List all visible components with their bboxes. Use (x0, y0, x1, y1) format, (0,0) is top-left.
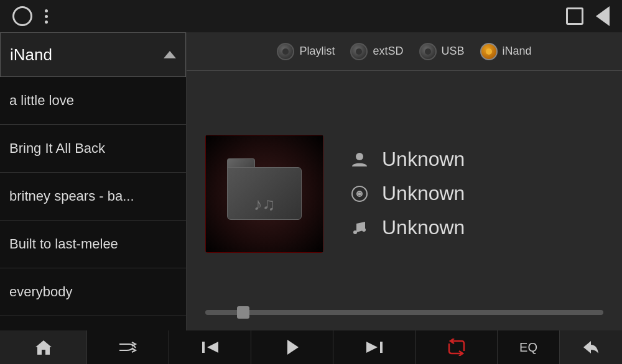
track-details: Unknown Unknown (348, 148, 603, 239)
player-info: ♪♫ Unknown (205, 83, 603, 304)
progress-track[interactable] (205, 310, 603, 315)
title-row: Unknown (348, 216, 603, 239)
album-row: Unknown (348, 182, 603, 205)
sidebar-header[interactable]: iNand (0, 32, 186, 77)
artist-icon (348, 148, 371, 171)
svg-point-5 (362, 228, 366, 232)
main-layout: iNand a little love Bring It All Back br… (0, 32, 622, 330)
album-icon (348, 183, 371, 205)
album-art-background: ♪♫ (205, 135, 323, 253)
progress-handle[interactable] (237, 306, 249, 319)
status-bar (0, 0, 622, 32)
repeat-button[interactable] (415, 330, 498, 364)
title-text: Unknown (382, 216, 465, 239)
progress-section (205, 304, 603, 318)
dots-menu-icon[interactable] (45, 9, 48, 24)
prev-button[interactable] (169, 330, 251, 364)
content-area: Playlist extSD USB iNand (187, 32, 622, 330)
artist-row: Unknown (348, 148, 603, 171)
album-art: ♪♫ (205, 135, 323, 253)
chevron-up-icon (164, 51, 176, 58)
bottom-toolbar: EQ (0, 330, 622, 364)
sidebar-item-4[interactable]: everybody (0, 268, 186, 316)
tab-playlist-label: Playlist (299, 45, 335, 58)
svg-point-3 (359, 193, 361, 194)
svg-point-0 (356, 153, 363, 160)
svg-marker-10 (366, 342, 378, 353)
back-arrow-icon[interactable] (596, 6, 610, 26)
tab-inand-radio (480, 43, 498, 60)
eq-label: EQ (519, 340, 537, 355)
sidebar-item-0[interactable]: a little love (0, 77, 186, 125)
folder-icon: ♪♫ (227, 167, 302, 220)
music-note-icon (348, 217, 371, 239)
shuffle-button[interactable] (87, 330, 169, 364)
sidebar-item-1[interactable]: Bring It All Back (0, 125, 186, 173)
sidebar-title: iNand (10, 45, 52, 65)
svg-point-4 (353, 230, 357, 234)
tab-extsd-radio (350, 43, 368, 60)
artist-text: Unknown (382, 148, 465, 171)
play-button[interactable] (251, 330, 333, 364)
tab-usb-radio (419, 43, 437, 60)
tab-extsd[interactable]: extSD (350, 43, 403, 60)
window-icon[interactable] (566, 7, 583, 25)
tab-extsd-label: extSD (373, 45, 403, 58)
tab-inand[interactable]: iNand (480, 43, 532, 60)
sidebar: iNand a little love Bring It All Back br… (0, 32, 187, 330)
eq-button[interactable]: EQ (498, 330, 560, 364)
tab-inand-label: iNand (503, 45, 532, 58)
svg-marker-8 (287, 340, 299, 355)
tab-playlist-radio (277, 43, 294, 60)
svg-rect-6 (202, 342, 205, 353)
next-button[interactable] (333, 330, 415, 364)
sidebar-item-3[interactable]: Built to last-melee (0, 221, 186, 268)
status-circle-icon (12, 6, 32, 26)
sidebar-item-2[interactable]: britney spears - ba... (0, 173, 186, 221)
tab-usb-label: USB (442, 45, 465, 58)
tab-usb[interactable]: USB (419, 43, 465, 60)
tab-playlist[interactable]: Playlist (277, 43, 335, 60)
source-tabs: Playlist extSD USB iNand (187, 32, 622, 71)
player-area: ♪♫ Unknown (187, 71, 622, 330)
album-text: Unknown (382, 182, 465, 205)
svg-marker-7 (207, 342, 218, 353)
back-button[interactable] (560, 330, 622, 364)
home-button[interactable] (0, 330, 87, 364)
svg-rect-9 (380, 342, 383, 353)
